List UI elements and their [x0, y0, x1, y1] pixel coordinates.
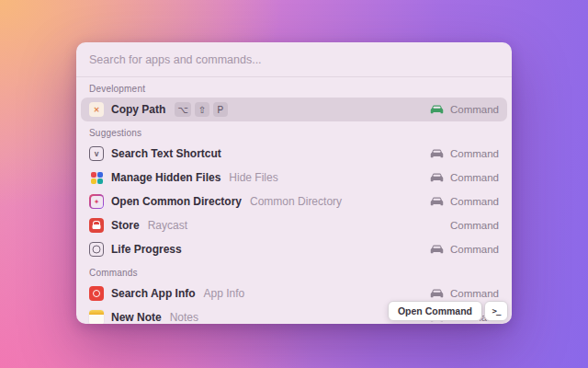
item-subtitle: App Info — [204, 287, 245, 300]
item-title: Search Text Shortcut — [111, 147, 221, 160]
list-item-manage-hidden-files[interactable]: Manage Hidden FilesHide FilesCommand — [81, 166, 507, 190]
item-type-label: Command — [450, 196, 499, 207]
car-icon — [430, 172, 444, 183]
item-type-label: Command — [450, 172, 499, 183]
item-subtitle: Hide Files — [229, 171, 277, 184]
desktop-background: { "search": { "placeholder": "Search for… — [0, 0, 588, 368]
search-bar[interactable]: Search for apps and commands... — [76, 42, 512, 77]
item-title: Copy Path — [111, 103, 165, 116]
results-list: DevelopmentCopy Path⌥⇧PCommandSuggestion… — [76, 77, 512, 324]
item-title: Store — [111, 219, 140, 232]
item-title: Search App Info — [111, 287, 196, 300]
item-subtitle: Notes — [170, 311, 198, 324]
extension-icon — [89, 102, 104, 117]
list-item-life-progress[interactable]: Life ProgressCommand — [81, 237, 507, 261]
keycap: ⇧ — [195, 102, 209, 117]
launcher-window: Search for apps and commands... Developm… — [76, 42, 512, 324]
item-accessories: Command — [450, 220, 499, 231]
life-progress-icon — [89, 242, 104, 257]
item-subtitle: Common Directory — [250, 195, 342, 208]
item-type-label: Command — [450, 244, 499, 255]
item-accessories: Command — [430, 148, 499, 159]
search-input[interactable]: Search for apps and commands... — [89, 53, 262, 66]
item-accessories: Command — [430, 104, 499, 115]
list-item-copy-path[interactable]: Copy Path⌥⇧PCommand — [81, 98, 507, 121]
car-icon — [430, 148, 444, 159]
item-accessories: Command — [430, 172, 499, 183]
item-type-label: Command — [450, 220, 499, 231]
terminal-prompt-key-icon[interactable]: >_ — [484, 301, 508, 321]
item-type-label: Command — [450, 148, 499, 159]
section-header-suggestions: Suggestions — [76, 121, 512, 142]
app-info-icon — [89, 286, 104, 301]
section-header-development: Development — [76, 77, 512, 98]
item-title: Open Common Directory — [111, 195, 242, 208]
common-directory-icon — [89, 194, 104, 209]
car-icon — [430, 288, 444, 299]
text-shortcut-icon — [89, 146, 104, 161]
item-title: New Note — [111, 311, 162, 324]
item-type-label: Command — [450, 104, 499, 115]
store-icon — [89, 218, 104, 233]
keycap: P — [213, 102, 228, 117]
item-subtitle: Raycast — [148, 219, 187, 232]
hidden-files-icon — [89, 170, 104, 185]
car-icon — [430, 104, 444, 115]
item-title: Life Progress — [111, 243, 182, 256]
keycap: ⌥ — [175, 102, 191, 117]
item-accessories: Command — [430, 244, 499, 255]
item-accessories: Command — [430, 288, 499, 299]
open-command-hint: Open Command >_ — [388, 301, 508, 321]
list-item-store[interactable]: StoreRaycastCommand — [81, 213, 507, 237]
car-icon — [430, 244, 444, 255]
item-title: Manage Hidden Files — [111, 171, 220, 184]
list-item-search-text-shortcut[interactable]: Search Text ShortcutCommand — [81, 142, 507, 166]
new-note-icon — [89, 310, 104, 324]
list-item-open-common-directory[interactable]: Open Common DirectoryCommon DirectoryCom… — [81, 190, 507, 213]
car-icon — [430, 196, 444, 207]
item-accessories: Command — [430, 196, 499, 207]
item-type-label: Command — [450, 288, 499, 299]
shortcut-keys: ⌥⇧P — [175, 102, 228, 117]
section-header-commands: Commands — [76, 261, 512, 282]
open-command-button[interactable]: Open Command — [388, 301, 482, 321]
